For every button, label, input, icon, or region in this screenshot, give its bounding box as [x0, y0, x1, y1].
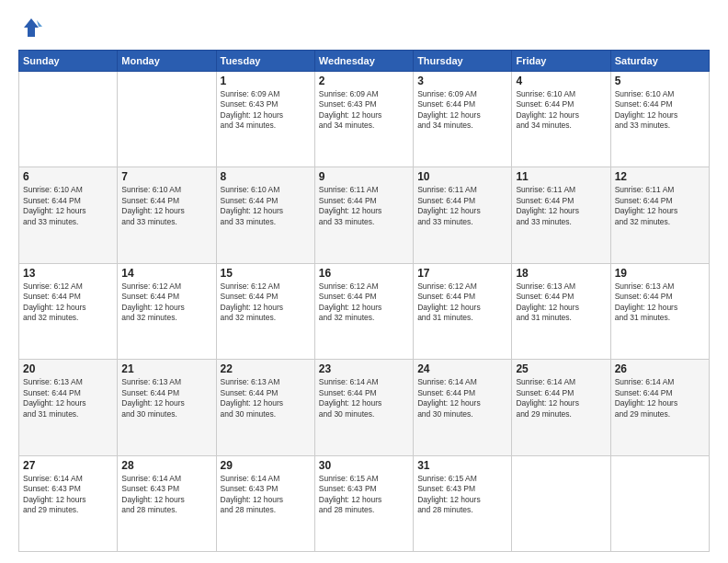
calendar-cell: 26Sunrise: 6:14 AM Sunset: 6:44 PM Dayli… [610, 360, 709, 455]
day-number: 15 [221, 267, 311, 280]
day-number: 12 [615, 170, 705, 183]
calendar-cell: 18Sunrise: 6:13 AM Sunset: 6:44 PM Dayli… [512, 263, 610, 359]
day-info: Sunrise: 6:11 AM Sunset: 6:44 PM Dayligh… [319, 185, 409, 227]
day-info: Sunrise: 6:10 AM Sunset: 6:44 PM Dayligh… [615, 89, 705, 132]
calendar-cell: 13Sunrise: 6:12 AM Sunset: 6:44 PM Dayli… [19, 263, 118, 359]
calendar-cell: 3Sunrise: 6:09 AM Sunset: 6:44 PM Daylig… [414, 72, 512, 167]
day-number: 7 [121, 170, 211, 183]
calendar-cell: 19Sunrise: 6:13 AM Sunset: 6:44 PM Dayli… [610, 263, 709, 359]
day-number: 1 [221, 75, 311, 87]
calendar-cell: 10Sunrise: 6:11 AM Sunset: 6:44 PM Dayli… [414, 167, 512, 263]
day-info: Sunrise: 6:11 AM Sunset: 6:44 PM Dayligh… [417, 185, 507, 227]
calendar-cell: 15Sunrise: 6:12 AM Sunset: 6:44 PM Dayli… [216, 263, 314, 359]
day-number: 19 [615, 267, 705, 280]
day-number: 5 [615, 75, 705, 87]
day-number: 4 [516, 75, 606, 87]
day-number: 3 [417, 75, 507, 87]
calendar-cell: 22Sunrise: 6:13 AM Sunset: 6:44 PM Dayli… [216, 360, 314, 455]
svg-marker-1 [37, 20, 42, 27]
calendar-cell [512, 455, 610, 551]
day-header-saturday: Saturday [610, 51, 709, 72]
day-number: 21 [121, 362, 211, 375]
day-info: Sunrise: 6:12 AM Sunset: 6:44 PM Dayligh… [23, 282, 113, 324]
day-info: Sunrise: 6:13 AM Sunset: 6:44 PM Dayligh… [221, 377, 311, 419]
day-number: 16 [319, 267, 409, 280]
day-number: 6 [23, 170, 113, 183]
week-row-2: 6Sunrise: 6:10 AM Sunset: 6:44 PM Daylig… [19, 167, 710, 263]
calendar-cell: 16Sunrise: 6:12 AM Sunset: 6:44 PM Dayli… [314, 263, 413, 359]
week-row-5: 27Sunrise: 6:14 AM Sunset: 6:43 PM Dayli… [19, 455, 710, 551]
day-info: Sunrise: 6:09 AM Sunset: 6:44 PM Dayligh… [417, 89, 507, 132]
day-info: Sunrise: 6:15 AM Sunset: 6:43 PM Dayligh… [417, 474, 507, 516]
calendar-table: SundayMondayTuesdayWednesdayThursdayFrid… [18, 50, 710, 552]
day-info: Sunrise: 6:14 AM Sunset: 6:44 PM Dayligh… [516, 377, 606, 419]
day-number: 11 [516, 170, 606, 183]
calendar-cell: 23Sunrise: 6:14 AM Sunset: 6:44 PM Dayli… [314, 360, 413, 455]
day-number: 8 [221, 170, 311, 183]
calendar-cell: 27Sunrise: 6:14 AM Sunset: 6:43 PM Dayli… [19, 455, 118, 551]
calendar-cell: 2Sunrise: 6:09 AM Sunset: 6:43 PM Daylig… [314, 72, 413, 167]
day-info: Sunrise: 6:09 AM Sunset: 6:43 PM Dayligh… [221, 89, 311, 132]
day-number: 17 [417, 267, 507, 280]
svg-marker-0 [24, 18, 39, 37]
week-row-3: 13Sunrise: 6:12 AM Sunset: 6:44 PM Dayli… [19, 263, 710, 359]
day-info: Sunrise: 6:14 AM Sunset: 6:43 PM Dayligh… [121, 474, 211, 516]
day-number: 2 [319, 75, 409, 87]
calendar-cell: 8Sunrise: 6:10 AM Sunset: 6:44 PM Daylig… [216, 167, 314, 263]
day-number: 26 [615, 362, 705, 375]
day-number: 28 [121, 459, 211, 472]
calendar-cell: 30Sunrise: 6:15 AM Sunset: 6:43 PM Dayli… [314, 455, 413, 551]
day-info: Sunrise: 6:10 AM Sunset: 6:44 PM Dayligh… [221, 185, 311, 227]
week-row-1: 1Sunrise: 6:09 AM Sunset: 6:43 PM Daylig… [19, 72, 710, 167]
day-number: 25 [516, 362, 606, 375]
day-info: Sunrise: 6:09 AM Sunset: 6:43 PM Dayligh… [319, 89, 409, 132]
day-number: 22 [221, 362, 311, 375]
day-header-sunday: Sunday [19, 51, 118, 72]
day-info: Sunrise: 6:11 AM Sunset: 6:44 PM Dayligh… [615, 185, 705, 227]
day-info: Sunrise: 6:14 AM Sunset: 6:43 PM Dayligh… [23, 474, 113, 516]
day-info: Sunrise: 6:14 AM Sunset: 6:44 PM Dayligh… [319, 377, 409, 419]
day-number: 29 [221, 459, 311, 472]
calendar-cell: 14Sunrise: 6:12 AM Sunset: 6:44 PM Dayli… [118, 263, 216, 359]
day-info: Sunrise: 6:12 AM Sunset: 6:44 PM Dayligh… [417, 282, 507, 324]
page: SundayMondayTuesdayWednesdayThursdayFrid… [0, 0, 728, 563]
day-info: Sunrise: 6:14 AM Sunset: 6:43 PM Dayligh… [221, 474, 311, 516]
calendar-header: SundayMondayTuesdayWednesdayThursdayFrid… [19, 51, 710, 72]
calendar-cell: 24Sunrise: 6:14 AM Sunset: 6:44 PM Dayli… [414, 360, 512, 455]
day-number: 14 [121, 267, 211, 280]
day-header-thursday: Thursday [414, 51, 512, 72]
calendar-cell: 11Sunrise: 6:11 AM Sunset: 6:44 PM Dayli… [512, 167, 610, 263]
calendar-body: 1Sunrise: 6:09 AM Sunset: 6:43 PM Daylig… [19, 72, 710, 552]
day-info: Sunrise: 6:13 AM Sunset: 6:44 PM Dayligh… [615, 282, 705, 324]
calendar-cell: 12Sunrise: 6:11 AM Sunset: 6:44 PM Dayli… [610, 167, 709, 263]
day-info: Sunrise: 6:12 AM Sunset: 6:44 PM Dayligh… [221, 282, 311, 324]
day-info: Sunrise: 6:13 AM Sunset: 6:44 PM Dayligh… [516, 282, 606, 324]
day-info: Sunrise: 6:15 AM Sunset: 6:43 PM Dayligh… [319, 474, 409, 516]
day-info: Sunrise: 6:12 AM Sunset: 6:44 PM Dayligh… [121, 282, 211, 324]
day-info: Sunrise: 6:13 AM Sunset: 6:44 PM Dayligh… [23, 377, 113, 419]
calendar-cell: 25Sunrise: 6:14 AM Sunset: 6:44 PM Dayli… [512, 360, 610, 455]
calendar-cell: 28Sunrise: 6:14 AM Sunset: 6:43 PM Dayli… [118, 455, 216, 551]
day-info: Sunrise: 6:11 AM Sunset: 6:44 PM Dayligh… [516, 185, 606, 227]
day-info: Sunrise: 6:14 AM Sunset: 6:44 PM Dayligh… [417, 377, 507, 419]
day-header-monday: Monday [118, 51, 216, 72]
calendar-cell: 6Sunrise: 6:10 AM Sunset: 6:44 PM Daylig… [19, 167, 118, 263]
day-info: Sunrise: 6:12 AM Sunset: 6:44 PM Dayligh… [319, 282, 409, 324]
calendar-cell [610, 455, 709, 551]
day-number: 20 [23, 362, 113, 375]
day-number: 31 [417, 459, 507, 472]
day-number: 24 [417, 362, 507, 375]
calendar-cell: 20Sunrise: 6:13 AM Sunset: 6:44 PM Dayli… [19, 360, 118, 455]
calendar-cell: 17Sunrise: 6:12 AM Sunset: 6:44 PM Dayli… [414, 263, 512, 359]
week-row-4: 20Sunrise: 6:13 AM Sunset: 6:44 PM Dayli… [19, 360, 710, 455]
calendar-cell: 7Sunrise: 6:10 AM Sunset: 6:44 PM Daylig… [118, 167, 216, 263]
logo [18, 15, 48, 40]
day-number: 13 [23, 267, 113, 280]
day-number: 23 [319, 362, 409, 375]
day-number: 27 [23, 459, 113, 472]
calendar-cell [118, 72, 216, 167]
day-number: 9 [319, 170, 409, 183]
day-header-friday: Friday [512, 51, 610, 72]
calendar-cell: 4Sunrise: 6:10 AM Sunset: 6:44 PM Daylig… [512, 72, 610, 167]
day-header-wednesday: Wednesday [314, 51, 413, 72]
